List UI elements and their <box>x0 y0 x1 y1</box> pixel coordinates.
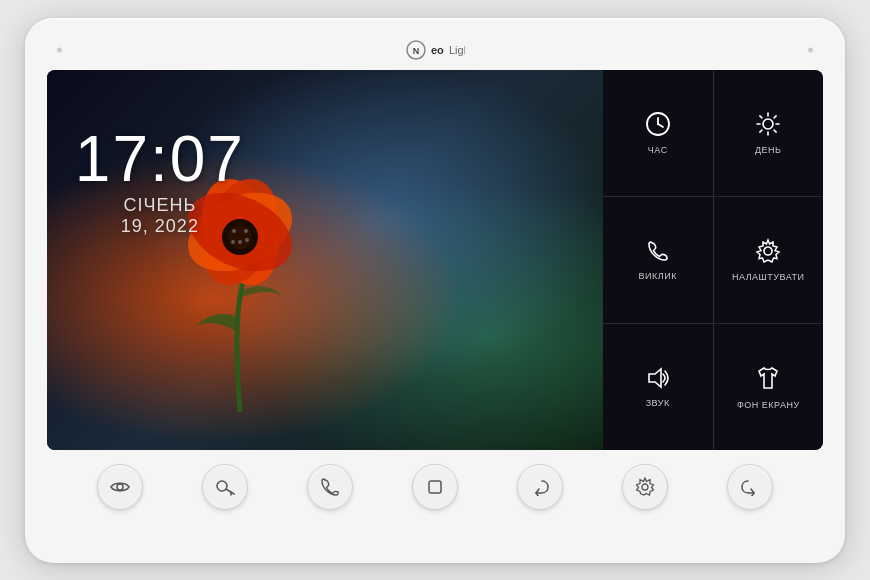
svg-text:eo: eo <box>431 44 444 56</box>
svg-point-11 <box>244 229 248 233</box>
back-icon <box>530 478 550 496</box>
view-button[interactable] <box>97 464 143 510</box>
menu-item-sound[interactable]: ЗВУК <box>603 324 713 450</box>
wallpaper-icon <box>755 364 781 396</box>
svg-line-27 <box>760 130 762 132</box>
svg-line-31 <box>226 489 234 494</box>
phone-icon <box>646 239 670 267</box>
stop-button[interactable] <box>412 464 458 510</box>
svg-text:N: N <box>413 46 420 56</box>
menu-item-call[interactable]: ВИКЛИК <box>603 197 713 324</box>
svg-point-14 <box>245 238 249 242</box>
gear-hw-icon <box>635 477 655 497</box>
svg-line-25 <box>774 130 776 132</box>
menu-label-settings: НАЛАШТУВАТИ <box>732 272 805 282</box>
svg-point-29 <box>117 484 123 490</box>
menu-label-call: ВИКЛИК <box>639 271 677 281</box>
screen-wallpaper: 17:07 СІЧЕНЬ 19, 2022 <box>47 70 603 450</box>
menu-item-wallpaper[interactable]: ФОН ЕКРАНУ <box>714 324 824 450</box>
clock-display: 17:07 СІЧЕНЬ 19, 2022 <box>75 127 245 237</box>
forward-button[interactable] <box>727 464 773 510</box>
svg-rect-33 <box>429 481 441 493</box>
clock-date-line1: СІЧЕНЬ 19, 2022 <box>75 195 245 237</box>
svg-marker-18 <box>649 369 661 387</box>
phone-hw-icon <box>321 478 339 496</box>
menu-right-column: ДЕНЬ НАЛАШТУВАТИ <box>714 70 824 450</box>
menu-label-wallpaper: ФОН ЕКРАНУ <box>737 400 800 410</box>
menu-label-day: ДЕНЬ <box>755 145 782 155</box>
call-button[interactable] <box>307 464 353 510</box>
svg-point-19 <box>763 119 773 129</box>
hardware-buttons <box>47 464 823 510</box>
settings-hw-button[interactable] <box>622 464 668 510</box>
svg-line-26 <box>774 115 776 117</box>
svg-line-24 <box>760 115 762 117</box>
menu-label-time: ЧАС <box>648 145 668 155</box>
svg-point-34 <box>642 484 648 490</box>
indicator-dot <box>808 47 813 52</box>
menu-item-day[interactable]: ДЕНЬ <box>714 70 824 197</box>
device-screen: 17:07 СІЧЕНЬ 19, 2022 <box>47 70 823 450</box>
svg-point-28 <box>764 247 772 255</box>
svg-point-12 <box>238 240 242 244</box>
key-icon <box>215 478 235 496</box>
menu-left-column: ЧАС ВИКЛИК <box>603 70 714 450</box>
sun-icon <box>755 111 781 141</box>
device: N eo Light <box>25 18 845 563</box>
sound-icon <box>645 366 671 394</box>
gear-icon <box>755 238 781 268</box>
screen-menu: ЧАС ВИКЛИК <box>603 70 823 450</box>
clock-icon <box>645 111 671 141</box>
menu-label-sound: ЗВУК <box>646 398 670 408</box>
camera-dot <box>57 47 62 52</box>
back-button[interactable] <box>517 464 563 510</box>
svg-point-13 <box>231 240 235 244</box>
forward-icon <box>740 478 760 496</box>
square-icon <box>427 479 443 495</box>
logo: N eo Light <box>405 39 465 61</box>
svg-text:Light: Light <box>449 44 465 56</box>
device-top-bar: N eo Light <box>47 36 823 64</box>
key-button[interactable] <box>202 464 248 510</box>
eye-icon <box>110 480 130 494</box>
menu-item-settings[interactable]: НАЛАШТУВАТИ <box>714 197 824 324</box>
svg-line-17 <box>658 124 663 127</box>
logo-svg: N eo Light <box>405 39 465 61</box>
clock-time: 17:07 <box>75 127 245 191</box>
menu-item-time[interactable]: ЧАС <box>603 70 713 197</box>
